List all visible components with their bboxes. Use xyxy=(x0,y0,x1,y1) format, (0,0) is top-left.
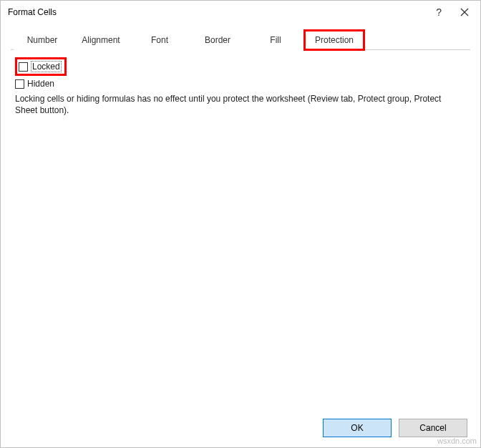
tab-fill[interactable]: Fill xyxy=(247,30,304,50)
tab-number[interactable]: Number xyxy=(14,30,71,50)
title-actions: ? xyxy=(436,6,473,18)
cancel-button[interactable]: Cancel xyxy=(399,419,467,437)
hidden-row: Hidden xyxy=(15,79,466,89)
format-cells-dialog: Format Cells ? Number Alignment Font Bor… xyxy=(0,0,481,448)
locked-highlight: Locked xyxy=(15,57,67,76)
titlebar: Format Cells ? xyxy=(1,1,480,24)
watermark: wsxdn.com xyxy=(437,437,477,445)
locked-row: Locked xyxy=(15,57,466,76)
tab-strip: Number Alignment Font Border Fill Protec… xyxy=(11,29,470,50)
button-bar: OK Cancel xyxy=(1,409,480,447)
close-icon[interactable] xyxy=(460,8,469,16)
tab-border[interactable]: Border xyxy=(188,30,247,50)
hidden-checkbox[interactable] xyxy=(15,79,24,89)
help-icon[interactable]: ? xyxy=(436,6,442,18)
tab-alignment[interactable]: Alignment xyxy=(71,30,131,50)
locked-checkbox[interactable] xyxy=(19,62,28,72)
locked-label[interactable]: Locked xyxy=(31,61,62,72)
protection-description: Locking cells or hiding formulas has no … xyxy=(15,93,466,116)
ok-button[interactable]: OK xyxy=(323,419,392,437)
tab-font[interactable]: Font xyxy=(131,30,188,50)
tab-protection[interactable]: Protection xyxy=(304,30,364,50)
dialog-title: Format Cells xyxy=(8,7,436,17)
tab-content-protection: Locked Hidden Locking cells or hiding fo… xyxy=(1,50,480,409)
hidden-label[interactable]: Hidden xyxy=(27,79,54,89)
